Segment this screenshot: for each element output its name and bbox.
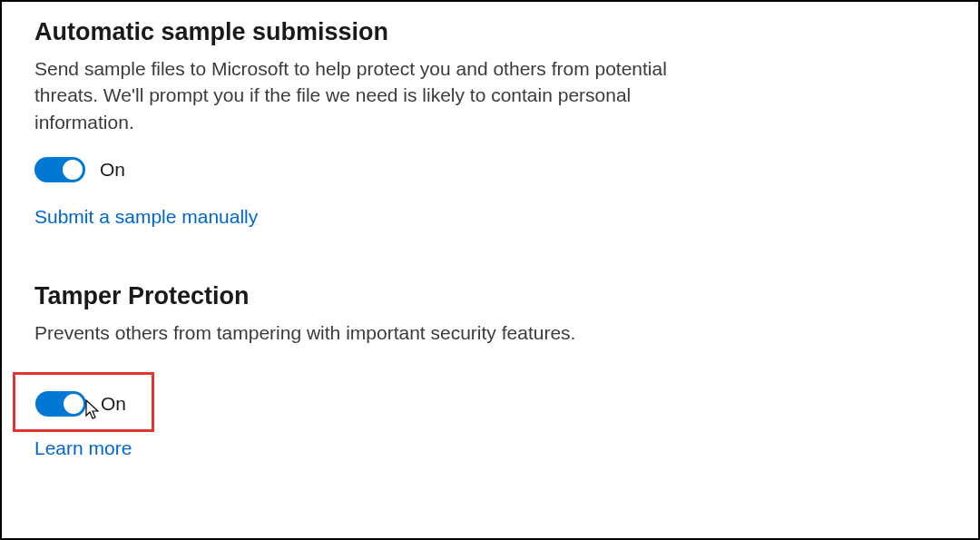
tamper-toggle-label: On — [101, 393, 126, 415]
tamper-learn-more-link[interactable]: Learn more — [34, 437, 132, 459]
submit-sample-link[interactable]: Submit a sample manually — [34, 206, 258, 228]
tamper-toggle[interactable] — [35, 391, 86, 417]
tamper-protection-section: Tamper Protection Prevents others from t… — [34, 282, 946, 458]
tamper-title: Tamper Protection — [34, 282, 946, 310]
automatic-sample-submission-section: Automatic sample submission Send sample … — [34, 18, 946, 228]
toggle-knob — [63, 160, 83, 180]
tamper-highlight-box: On — [13, 372, 154, 432]
auto-sample-toggle[interactable] — [34, 157, 85, 182]
auto-sample-toggle-row: On — [34, 157, 946, 182]
auto-sample-title: Automatic sample submission — [34, 18, 946, 46]
tamper-description: Prevents others from tampering with impo… — [34, 319, 688, 346]
toggle-knob — [64, 394, 83, 414]
auto-sample-toggle-label: On — [100, 159, 125, 181]
auto-sample-description: Send sample files to Microsoft to help p… — [34, 55, 688, 135]
